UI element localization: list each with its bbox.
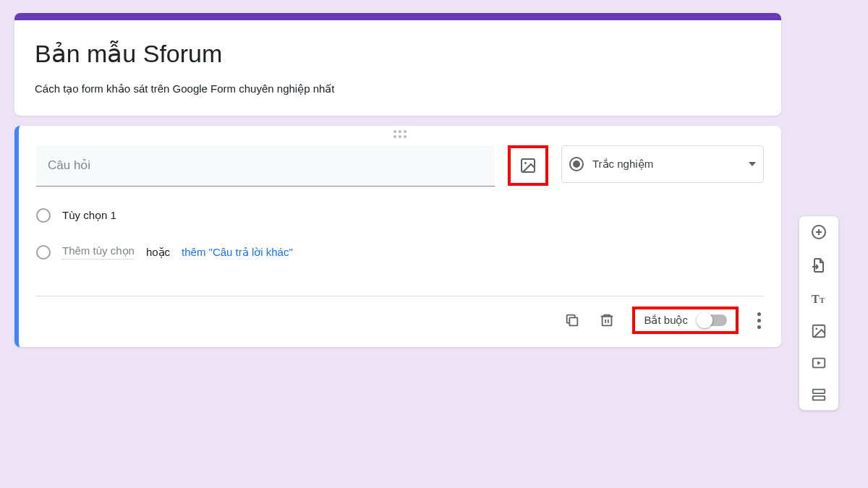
option-row[interactable]: Tùy chọn 1 [36, 208, 764, 223]
import-questions-button[interactable] [810, 257, 827, 274]
image-icon [811, 323, 827, 339]
radio-icon [569, 157, 584, 171]
svg-rect-3 [603, 317, 612, 326]
add-other-button[interactable]: thêm "Câu trả lời khác" [182, 246, 293, 259]
add-section-button[interactable] [811, 387, 827, 403]
text-icon: TT [810, 290, 827, 307]
more-options-button[interactable] [754, 312, 764, 329]
svg-rect-10 [813, 390, 825, 394]
add-video-button[interactable] [811, 355, 827, 371]
add-title-button[interactable]: TT [810, 290, 827, 307]
required-toggle[interactable] [698, 314, 727, 326]
duplicate-button[interactable] [563, 311, 582, 330]
form-header-card: Bản mẫu Sforum Cách tạo form khảo sát tr… [14, 13, 781, 116]
svg-rect-2 [570, 317, 578, 325]
svg-point-1 [524, 162, 527, 164]
add-question-image-button[interactable] [508, 145, 548, 186]
delete-button[interactable] [597, 311, 616, 330]
required-label: Bắt buộc [644, 314, 688, 327]
svg-rect-11 [813, 396, 825, 401]
side-toolbar: TT [799, 215, 839, 411]
add-option-row: Thêm tùy chọn hoặc thêm "Câu trả lời khá… [36, 244, 764, 260]
add-image-button[interactable] [811, 323, 827, 339]
option-label[interactable]: Tùy chọn 1 [62, 209, 116, 222]
trash-icon [599, 312, 615, 328]
question-card: Trắc nghiệm Tùy chọn 1 Thêm tùy chọn hoặ… [14, 126, 781, 347]
question-type-label: Trắc nghiệm [592, 158, 740, 171]
or-text: hoặc [146, 246, 170, 259]
svg-text:T: T [820, 296, 825, 304]
add-question-button[interactable] [810, 223, 827, 241]
radio-empty-icon [36, 245, 51, 260]
drag-handle-icon[interactable] [19, 126, 781, 140]
radio-empty-icon [36, 208, 51, 223]
svg-point-8 [815, 328, 817, 330]
svg-text:T: T [812, 293, 820, 305]
chevron-down-icon [749, 162, 756, 166]
question-text-input[interactable] [36, 145, 495, 187]
form-description[interactable]: Cách tạo form khảo sát trên Google Form … [35, 82, 761, 95]
video-icon [811, 355, 827, 371]
plus-circle-icon [810, 223, 827, 241]
import-icon [810, 257, 827, 274]
question-type-dropdown[interactable]: Trắc nghiệm [561, 145, 764, 183]
form-title[interactable]: Bản mẫu Sforum [35, 39, 761, 68]
required-toggle-group: Bắt buộc [632, 307, 739, 334]
section-icon [811, 387, 827, 403]
image-icon [519, 157, 537, 174]
add-option-button[interactable]: Thêm tùy chọn [62, 244, 135, 260]
copy-icon [564, 312, 580, 328]
